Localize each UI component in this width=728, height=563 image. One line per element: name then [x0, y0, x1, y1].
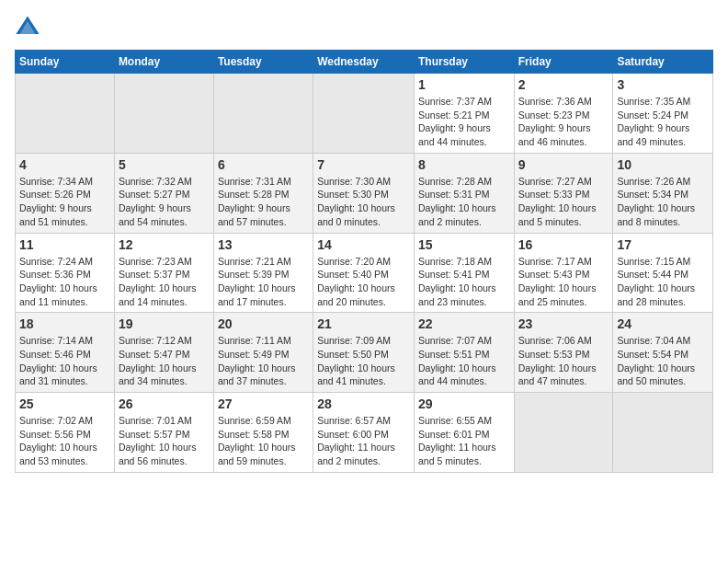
day-number: 21: [317, 316, 410, 331]
day-number: 9: [518, 157, 609, 172]
calendar-week-row: 1Sunrise: 7:37 AM Sunset: 5:21 PM Daylig…: [16, 74, 713, 154]
weekday-header: Sunday: [16, 51, 115, 74]
calendar-cell: 5Sunrise: 7:32 AM Sunset: 5:27 PM Daylig…: [114, 153, 213, 233]
weekday-header: Tuesday: [213, 51, 313, 74]
weekday-row: SundayMondayTuesdayWednesdayThursdayFrid…: [16, 51, 713, 74]
day-info: Sunrise: 7:01 AM Sunset: 5:57 PM Dayligh…: [119, 414, 210, 468]
calendar-cell: 18Sunrise: 7:14 AM Sunset: 5:46 PM Dayli…: [16, 313, 115, 393]
calendar-cell: 26Sunrise: 7:01 AM Sunset: 5:57 PM Dayli…: [114, 393, 213, 473]
day-info: Sunrise: 7:23 AM Sunset: 5:37 PM Dayligh…: [119, 255, 210, 309]
header: [15, 15, 713, 40]
calendar-week-row: 11Sunrise: 7:24 AM Sunset: 5:36 PM Dayli…: [16, 233, 713, 313]
calendar-cell: [313, 74, 415, 154]
day-info: Sunrise: 6:55 AM Sunset: 6:01 PM Dayligh…: [418, 414, 510, 468]
day-info: Sunrise: 7:15 AM Sunset: 5:44 PM Dayligh…: [617, 255, 709, 309]
day-number: 18: [19, 316, 110, 331]
calendar-cell: [16, 74, 115, 154]
day-number: 24: [617, 316, 709, 331]
day-info: Sunrise: 7:02 AM Sunset: 5:56 PM Dayligh…: [19, 414, 110, 468]
day-info: Sunrise: 7:32 AM Sunset: 5:27 PM Dayligh…: [119, 175, 210, 229]
day-info: Sunrise: 7:37 AM Sunset: 5:21 PM Dayligh…: [418, 95, 510, 149]
day-info: Sunrise: 7:04 AM Sunset: 5:54 PM Dayligh…: [617, 334, 709, 388]
day-info: Sunrise: 7:09 AM Sunset: 5:50 PM Dayligh…: [317, 334, 410, 388]
day-number: 22: [418, 316, 510, 331]
day-number: 26: [119, 396, 210, 411]
day-number: 28: [317, 396, 410, 411]
day-number: 25: [19, 396, 110, 411]
calendar-cell: 8Sunrise: 7:28 AM Sunset: 5:31 PM Daylig…: [414, 153, 514, 233]
day-number: 17: [617, 237, 709, 252]
day-number: 16: [518, 237, 609, 252]
day-info: Sunrise: 7:24 AM Sunset: 5:36 PM Dayligh…: [19, 255, 110, 309]
day-info: Sunrise: 7:06 AM Sunset: 5:53 PM Dayligh…: [518, 334, 609, 388]
day-number: 13: [218, 237, 309, 252]
calendar-cell: 19Sunrise: 7:12 AM Sunset: 5:47 PM Dayli…: [114, 313, 213, 393]
day-number: 3: [617, 77, 709, 92]
calendar-cell: 23Sunrise: 7:06 AM Sunset: 5:53 PM Dayli…: [514, 313, 613, 393]
calendar-cell: 14Sunrise: 7:20 AM Sunset: 5:40 PM Dayli…: [313, 233, 415, 313]
weekday-header: Thursday: [414, 51, 514, 74]
day-number: 8: [418, 157, 510, 172]
day-info: Sunrise: 7:30 AM Sunset: 5:30 PM Dayligh…: [317, 175, 410, 229]
calendar-body: 1Sunrise: 7:37 AM Sunset: 5:21 PM Daylig…: [16, 74, 713, 473]
day-number: 23: [518, 316, 609, 331]
calendar-cell: 2Sunrise: 7:36 AM Sunset: 5:23 PM Daylig…: [514, 74, 613, 154]
calendar-cell: 6Sunrise: 7:31 AM Sunset: 5:28 PM Daylig…: [213, 153, 313, 233]
weekday-header: Friday: [514, 51, 613, 74]
day-info: Sunrise: 7:07 AM Sunset: 5:51 PM Dayligh…: [418, 334, 510, 388]
day-number: 5: [119, 157, 210, 172]
calendar-cell: 7Sunrise: 7:30 AM Sunset: 5:30 PM Daylig…: [313, 153, 415, 233]
calendar-cell: 25Sunrise: 7:02 AM Sunset: 5:56 PM Dayli…: [16, 393, 115, 473]
day-number: 19: [119, 316, 210, 331]
calendar-cell: 29Sunrise: 6:55 AM Sunset: 6:01 PM Dayli…: [414, 393, 514, 473]
weekday-header: Wednesday: [313, 51, 415, 74]
day-info: Sunrise: 7:34 AM Sunset: 5:26 PM Dayligh…: [19, 175, 110, 229]
day-info: Sunrise: 7:12 AM Sunset: 5:47 PM Dayligh…: [119, 334, 210, 388]
calendar-cell: 13Sunrise: 7:21 AM Sunset: 5:39 PM Dayli…: [213, 233, 313, 313]
day-number: 11: [19, 237, 110, 252]
day-number: 14: [317, 237, 410, 252]
calendar-cell: 20Sunrise: 7:11 AM Sunset: 5:49 PM Dayli…: [213, 313, 313, 393]
logo: [15, 15, 44, 40]
day-info: Sunrise: 7:17 AM Sunset: 5:43 PM Dayligh…: [518, 255, 609, 309]
logo-icon: [15, 15, 40, 40]
calendar-cell: 16Sunrise: 7:17 AM Sunset: 5:43 PM Dayli…: [514, 233, 613, 313]
day-info: Sunrise: 7:27 AM Sunset: 5:33 PM Dayligh…: [518, 175, 609, 229]
calendar-cell: 3Sunrise: 7:35 AM Sunset: 5:24 PM Daylig…: [613, 74, 713, 154]
day-info: Sunrise: 7:31 AM Sunset: 5:28 PM Dayligh…: [218, 175, 309, 229]
calendar-cell: 17Sunrise: 7:15 AM Sunset: 5:44 PM Dayli…: [613, 233, 713, 313]
calendar-cell: 12Sunrise: 7:23 AM Sunset: 5:37 PM Dayli…: [114, 233, 213, 313]
day-number: 10: [617, 157, 709, 172]
day-info: Sunrise: 6:59 AM Sunset: 5:58 PM Dayligh…: [218, 414, 309, 468]
weekday-header: Monday: [114, 51, 213, 74]
calendar-week-row: 25Sunrise: 7:02 AM Sunset: 5:56 PM Dayli…: [16, 393, 713, 473]
calendar-cell: 22Sunrise: 7:07 AM Sunset: 5:51 PM Dayli…: [414, 313, 514, 393]
day-info: Sunrise: 7:26 AM Sunset: 5:34 PM Dayligh…: [617, 175, 709, 229]
day-info: Sunrise: 7:35 AM Sunset: 5:24 PM Dayligh…: [617, 95, 709, 149]
day-number: 7: [317, 157, 410, 172]
day-info: Sunrise: 7:36 AM Sunset: 5:23 PM Dayligh…: [518, 95, 609, 149]
calendar-cell: [213, 74, 313, 154]
day-info: Sunrise: 6:57 AM Sunset: 6:00 PM Dayligh…: [317, 414, 410, 468]
calendar-cell: [613, 393, 713, 473]
calendar-cell: [514, 393, 613, 473]
calendar-cell: 11Sunrise: 7:24 AM Sunset: 5:36 PM Dayli…: [16, 233, 115, 313]
day-number: 20: [218, 316, 309, 331]
calendar-cell: 9Sunrise: 7:27 AM Sunset: 5:33 PM Daylig…: [514, 153, 613, 233]
calendar-cell: [114, 74, 213, 154]
calendar-cell: 27Sunrise: 6:59 AM Sunset: 5:58 PM Dayli…: [213, 393, 313, 473]
calendar-cell: 10Sunrise: 7:26 AM Sunset: 5:34 PM Dayli…: [613, 153, 713, 233]
calendar-cell: 4Sunrise: 7:34 AM Sunset: 5:26 PM Daylig…: [16, 153, 115, 233]
day-number: 4: [19, 157, 110, 172]
day-number: 6: [218, 157, 309, 172]
calendar-week-row: 4Sunrise: 7:34 AM Sunset: 5:26 PM Daylig…: [16, 153, 713, 233]
day-info: Sunrise: 7:28 AM Sunset: 5:31 PM Dayligh…: [418, 175, 510, 229]
calendar-table: SundayMondayTuesdayWednesdayThursdayFrid…: [15, 50, 713, 473]
day-info: Sunrise: 7:18 AM Sunset: 5:41 PM Dayligh…: [418, 255, 510, 309]
day-number: 12: [119, 237, 210, 252]
calendar-cell: 21Sunrise: 7:09 AM Sunset: 5:50 PM Dayli…: [313, 313, 415, 393]
day-info: Sunrise: 7:20 AM Sunset: 5:40 PM Dayligh…: [317, 255, 410, 309]
day-info: Sunrise: 7:11 AM Sunset: 5:49 PM Dayligh…: [218, 334, 309, 388]
day-number: 27: [218, 396, 309, 411]
day-info: Sunrise: 7:21 AM Sunset: 5:39 PM Dayligh…: [218, 255, 309, 309]
